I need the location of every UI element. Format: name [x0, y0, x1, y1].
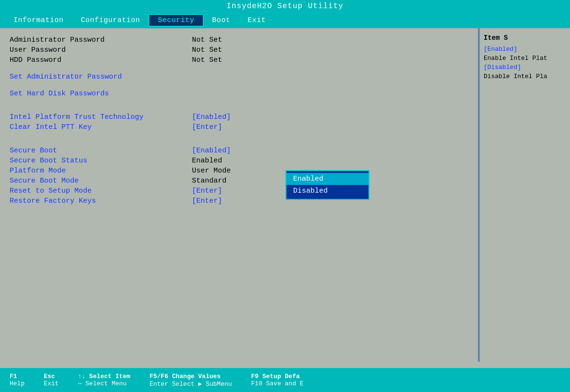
reset-setup-mode-row: Reset to Setup Mode [Enter] — [10, 187, 468, 195]
secure-boot-mode-value: Standard — [192, 177, 226, 185]
sidebar-item-1: Enable Intel Plat — [484, 55, 566, 62]
restore-factory-keys-label[interactable]: Restore Factory Keys — [10, 197, 192, 205]
clear-ptt-label[interactable]: Clear Intel PTT Key — [10, 123, 192, 131]
set-hdd-password-link[interactable]: Set Hard Disk Passwords — [10, 90, 192, 98]
reset-setup-mode-value[interactable]: [Enter] — [192, 187, 222, 195]
dropdown-popup[interactable]: Enabled Disabled — [285, 170, 369, 200]
footer-esc-desc: Exit — [44, 380, 59, 387]
admin-password-value: Not Set — [192, 36, 222, 44]
footer-f9-key: F9 Setup Defa — [251, 373, 303, 380]
reset-setup-mode-label[interactable]: Reset to Setup Mode — [10, 187, 192, 195]
secure-boot-row: Secure Boot [Enabled] — [10, 147, 468, 155]
footer-select-item: ↑↓ Select Item ↔ Select Menu — [78, 373, 130, 387]
hdd-password-label: HDD Password — [10, 56, 192, 64]
content-panel: Administrator Password Not Set User Pass… — [0, 28, 479, 362]
dropdown-disabled[interactable]: Disabled — [286, 185, 368, 197]
platform-mode-value: User Mode — [192, 167, 231, 175]
main-area: Administrator Password Not Set User Pass… — [0, 28, 570, 362]
set-admin-password-row[interactable]: Set Administrator Password — [10, 73, 468, 81]
right-panel: Item S [Enabled] Enable Intel Plat [Disa… — [479, 28, 570, 362]
restore-factory-keys-value[interactable]: [Enter] — [192, 197, 222, 205]
clear-ptt-row: Clear Intel PTT Key [Enter] — [10, 123, 468, 131]
secure-boot-status-value: Enabled — [192, 157, 222, 165]
menu-security[interactable]: Security — [149, 14, 203, 26]
bottom-bar: F1 Help Esc Exit ↑↓ Select Item ↔ Select… — [0, 368, 570, 392]
ptt-label: Intel Platform Trust Technology — [10, 113, 192, 121]
secure-boot-value[interactable]: [Enabled] — [192, 147, 231, 155]
menu-boot[interactable]: Boot — [203, 15, 239, 26]
sidebar-item-2: [Disabled] — [484, 64, 566, 71]
set-admin-password-link[interactable]: Set Administrator Password — [10, 73, 192, 81]
set-hdd-password-row[interactable]: Set Hard Disk Passwords — [10, 90, 468, 98]
restore-factory-keys-row: Restore Factory Keys [Enter] — [10, 197, 468, 205]
platform-mode-row: Platform Mode User Mode — [10, 167, 468, 175]
menu-bar: Information Configuration Security Boot … — [0, 12, 570, 28]
menu-exit[interactable]: Exit — [239, 15, 274, 26]
hdd-password-value: Not Set — [192, 56, 222, 64]
footer-change-values: F5/F6 Change Values Enter Select ▶ SubMe… — [150, 373, 232, 388]
footer-f10-desc: F10 Save and E — [251, 380, 303, 387]
footer-help: F1 Help — [10, 373, 24, 387]
user-password-row: User Password Not Set — [10, 46, 468, 54]
dropdown-enabled[interactable]: Enabled — [286, 173, 368, 185]
admin-password-row: Administrator Password Not Set — [10, 36, 468, 44]
sidebar-item-3: Disable Intel Pla — [484, 73, 566, 80]
user-password-label: User Password — [10, 46, 192, 54]
footer-f5f6-key: F5/F6 Change Values — [150, 373, 232, 380]
footer-enter-desc: Enter Select ▶ SubMenu — [150, 380, 232, 388]
menu-configuration[interactable]: Configuration — [72, 15, 149, 26]
secure-boot-label: Secure Boot — [10, 147, 192, 155]
footer-arrows-desc: ↔ Select Menu — [78, 380, 130, 387]
footer-f1-key: F1 — [10, 373, 24, 380]
footer-arrows-key: ↑↓ Select Item — [78, 373, 130, 380]
footer-setup-default: F9 Setup Defa F10 Save and E — [251, 373, 303, 387]
footer-f1-desc: Help — [10, 380, 24, 387]
ptt-value[interactable]: [Enabled] — [192, 113, 231, 121]
secure-boot-status-label: Secure Boot Status — [10, 157, 192, 165]
platform-mode-label: Platform Mode — [10, 167, 192, 175]
ptt-row: Intel Platform Trust Technology [Enabled… — [10, 113, 468, 121]
app-title: InsydeH2O Setup Utility — [226, 2, 344, 11]
menu-information[interactable]: Information — [5, 15, 72, 26]
secure-boot-mode-label: Secure Boot Mode — [10, 177, 192, 185]
secure-boot-mode-row: Secure Boot Mode Standard — [10, 177, 468, 185]
footer-esc-key: Esc — [44, 373, 59, 380]
admin-password-label: Administrator Password — [10, 36, 192, 44]
title-bar: InsydeH2O Setup Utility — [0, 0, 570, 12]
clear-ptt-value[interactable]: [Enter] — [192, 123, 222, 131]
sidebar-item-0: [Enabled] — [484, 46, 566, 53]
user-password-value: Not Set — [192, 46, 222, 54]
secure-boot-status-row: Secure Boot Status Enabled — [10, 157, 468, 165]
hdd-password-row: HDD Password Not Set — [10, 56, 468, 64]
sidebar-title: Item S — [484, 34, 566, 42]
footer-esc: Esc Exit — [44, 373, 59, 387]
